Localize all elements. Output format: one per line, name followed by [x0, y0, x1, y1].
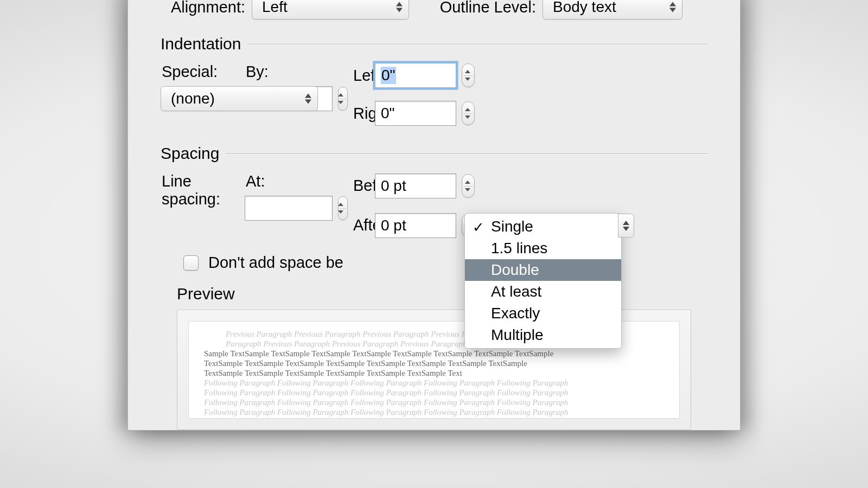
- select-arrows-icon: [395, 2, 403, 12]
- line-spacing-option-double[interactable]: Double: [465, 259, 621, 281]
- indent-left-field[interactable]: 0": [375, 63, 456, 88]
- dont-add-space-checkbox[interactable]: [183, 255, 199, 271]
- spacing-header: Spacing: [161, 144, 707, 163]
- spacing-before-field[interactable]: 0 pt: [375, 174, 456, 198]
- preview-follow-line: Following Paragraph Following Paragraph …: [204, 407, 664, 417]
- spacing-at-stepper[interactable]: [338, 196, 348, 220]
- spacing-before-stepper[interactable]: [462, 174, 475, 198]
- alignment-label: Alignment:: [161, 0, 247, 16]
- outline-level-value: Body text: [553, 0, 616, 16]
- spacing-header-label: Spacing: [161, 144, 219, 163]
- spacing-after-value: 0 pt: [381, 217, 406, 234]
- indent-right-value: 0": [381, 105, 395, 122]
- select-arrows-icon: [304, 94, 312, 104]
- indent-by-label: By:: [246, 63, 348, 81]
- alignment-select[interactable]: Left: [252, 0, 409, 20]
- indent-by-stepper[interactable]: [338, 87, 348, 111]
- line-spacing-option-at-least[interactable]: At least: [465, 281, 621, 303]
- spacing-at-field[interactable]: [245, 196, 333, 221]
- indentation-grid: Left: 0" Special: (none) By:: [161, 63, 707, 126]
- line-spacing-option-single[interactable]: ✓ Single: [465, 216, 621, 237]
- option-label: At least: [491, 283, 541, 300]
- indent-left-value: 0": [381, 67, 396, 84]
- preview-sample-line: Sample TextSample TextSample TextSample …: [204, 349, 664, 358]
- divider: [226, 153, 707, 154]
- dont-add-space-row: Don't add space be he same style: [183, 254, 707, 272]
- preview-follow-line: Following Paragraph Following Paragraph …: [204, 397, 664, 407]
- outline-level-select[interactable]: Body text: [542, 0, 682, 20]
- preview-sample-line: TextSample TextSample TextSample TextSam…: [204, 358, 664, 368]
- select-arrows-icon: [669, 2, 676, 12]
- indent-right-stepper[interactable]: [462, 101, 475, 125]
- spacing-before-value: 0 pt: [381, 177, 406, 195]
- divider: [247, 44, 707, 44]
- indent-right-field[interactable]: 0": [375, 101, 456, 126]
- spacing-after-label: After:: [353, 216, 369, 234]
- special-label: Special:: [162, 63, 239, 81]
- spacing-at-label: At:: [246, 172, 348, 190]
- preview-sample-line: TextSample TextSample TextSample TextSam…: [204, 368, 664, 378]
- check-icon: ✓: [473, 219, 484, 236]
- indentation-header-label: Indentation: [161, 35, 241, 53]
- paragraph-dialog: Alignment: Left Outline Level: Body text…: [127, 0, 741, 431]
- indent-left-label: Left:: [353, 67, 369, 85]
- line-spacing-label: Line spacing:: [162, 172, 239, 208]
- indent-left-stepper[interactable]: [462, 63, 475, 87]
- line-spacing-option-1-5[interactable]: 1.5 lines: [465, 237, 621, 259]
- spacing-before-label: Before:: [353, 177, 369, 195]
- line-spacing-option-multiple[interactable]: Multiple: [465, 324, 621, 346]
- outline-level-label: Outline Level:: [430, 0, 538, 16]
- option-label: Double: [491, 261, 539, 279]
- alignment-row: Alignment: Left Outline Level: Body text: [161, 0, 707, 20]
- indent-right-label: Right:: [353, 105, 369, 123]
- line-spacing-dropdown[interactable]: ✓ Single 1.5 lines Double At least Exact…: [464, 213, 622, 349]
- preview-label: Preview: [177, 285, 707, 303]
- option-label: Single: [491, 218, 533, 235]
- dont-add-space-label-left: Don't add space be: [208, 254, 343, 272]
- option-label: Exactly: [491, 305, 540, 322]
- spacing-after-field[interactable]: 0 pt: [375, 213, 456, 238]
- line-spacing-option-exactly[interactable]: Exactly: [465, 303, 621, 324]
- preview-follow-line: Following Paragraph Following Paragraph …: [204, 378, 664, 388]
- indentation-header: Indentation: [161, 35, 707, 53]
- alignment-value: Left: [262, 0, 288, 16]
- option-label: Multiple: [491, 326, 543, 344]
- option-label: 1.5 lines: [491, 240, 547, 257]
- special-value: (none): [171, 90, 215, 107]
- special-select[interactable]: (none): [161, 86, 318, 111]
- preview-follow-line: Following Paragraph Following Paragraph …: [204, 388, 664, 397]
